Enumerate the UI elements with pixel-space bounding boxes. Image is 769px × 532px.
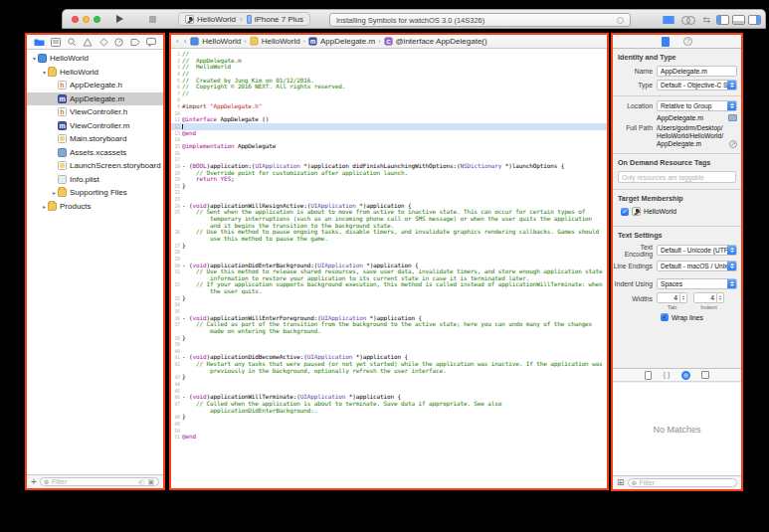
toggle-navigator-button[interactable] bbox=[716, 15, 729, 25]
name-field[interactable]: AppDelegate.m bbox=[657, 66, 737, 77]
file-template-library-icon[interactable] bbox=[645, 371, 652, 380]
tree-row[interactable]: Assets.xcassets bbox=[27, 146, 163, 160]
toggle-utilities-button[interactable] bbox=[748, 15, 761, 25]
breadcrumb-item[interactable]: mAppDelegate.m bbox=[308, 37, 375, 46]
tree-item-label: Products bbox=[60, 202, 92, 211]
report-navigator-icon[interactable] bbox=[146, 38, 156, 47]
disclosure-triangle-icon[interactable]: ▸ bbox=[41, 203, 48, 210]
standard-editor-button[interactable] bbox=[663, 15, 674, 25]
indent-using-dropdown[interactable]: Spaces bbox=[657, 278, 737, 289]
assistant-editor-button[interactable] bbox=[681, 15, 695, 25]
target-membership-row[interactable]: ✓HelloWorld bbox=[613, 205, 741, 218]
code-line: information to restore your application … bbox=[171, 275, 607, 282]
line-number: 44 bbox=[171, 381, 182, 388]
code-snippet-library-icon[interactable]: { } bbox=[663, 370, 670, 380]
stepper-icon[interactable] bbox=[680, 292, 687, 303]
disclosure-triangle-icon[interactable]: ▾ bbox=[31, 55, 38, 62]
version-editor-button[interactable]: ⇆ bbox=[702, 15, 710, 25]
search-icon[interactable] bbox=[68, 38, 77, 47]
filter-placeholder: Filter bbox=[52, 478, 137, 485]
tree-row[interactable]: mAppDelegate.m bbox=[27, 92, 163, 106]
line-number bbox=[171, 288, 182, 295]
project-navigator-icon[interactable] bbox=[34, 38, 45, 47]
issue-navigator-icon[interactable] bbox=[83, 38, 93, 47]
workspace-view-buttons bbox=[716, 15, 761, 25]
library-view-mode-icon[interactable]: ⊞ bbox=[617, 478, 625, 487]
destination-name[interactable]: iPhone 7 Plus bbox=[255, 15, 303, 24]
code-editor[interactable]: 1//2// AppDelegate.m3// HelloWorld4//5//… bbox=[171, 49, 607, 441]
scheme-name[interactable]: HelloWorld bbox=[197, 15, 236, 24]
line-number: 16 bbox=[171, 150, 182, 157]
file-inspector-icon[interactable] bbox=[662, 37, 670, 47]
stepper-icon[interactable] bbox=[717, 292, 724, 303]
location-dropdown[interactable]: Relative to Group bbox=[657, 100, 737, 111]
stop-button[interactable] bbox=[149, 16, 156, 23]
breadcrumb-separator: › bbox=[378, 38, 380, 45]
zoom-window-button[interactable] bbox=[94, 16, 100, 23]
breadcrumb-item[interactable]: HelloWorld bbox=[250, 37, 300, 46]
indent-width-stepper[interactable]: 4 bbox=[693, 292, 724, 303]
code-line: 47 // Called when the application is abo… bbox=[171, 401, 607, 408]
code-line: 34 bbox=[171, 301, 607, 308]
text-encoding-dropdown[interactable]: Default - Unicode (UTF-8) bbox=[657, 245, 737, 256]
line-number bbox=[171, 223, 182, 230]
back-button[interactable]: ‹ bbox=[176, 37, 179, 46]
choose-location-folder-icon[interactable] bbox=[728, 114, 737, 121]
library-filter-field[interactable]: ⊛ Filter bbox=[628, 478, 737, 487]
code-line: temporary interruptions (such as an inco… bbox=[171, 216, 607, 223]
tree-row[interactable]: Info.plist bbox=[27, 173, 163, 187]
close-window-button[interactable] bbox=[72, 16, 79, 23]
code-line: 39 bbox=[171, 341, 607, 348]
disclosure-triangle-icon[interactable]: ▸ bbox=[51, 189, 58, 196]
type-dropdown[interactable]: Default - Objective-C Sou… bbox=[657, 80, 737, 90]
tab-width-stepper[interactable]: 4 bbox=[657, 292, 687, 303]
navigator-filter-bar: + ⊛ Filter ◴ ▣ bbox=[27, 474, 163, 488]
breadcrumb-item[interactable]: C@interface AppDelegate() bbox=[384, 37, 487, 46]
object-library-icon[interactable] bbox=[681, 371, 690, 380]
breakpoint-navigator-icon[interactable] bbox=[130, 38, 140, 47]
tree-row[interactable]: Main.storyboard bbox=[27, 132, 163, 146]
tree-item-label: ViewController.h bbox=[70, 107, 127, 116]
test-navigator-icon[interactable] bbox=[99, 38, 108, 47]
resource-tags-field[interactable]: Only resources are taggable bbox=[618, 171, 736, 183]
scheme-selector[interactable]: HelloWorld › iPhone 7 Plus bbox=[178, 12, 310, 26]
tree-row[interactable]: hAppDelegate.h bbox=[27, 79, 163, 92]
media-library-icon[interactable] bbox=[701, 371, 709, 379]
add-file-button[interactable]: + bbox=[31, 477, 37, 487]
debug-navigator-icon[interactable] bbox=[114, 38, 123, 47]
tree-row[interactable]: LaunchScreen.storyboard bbox=[27, 159, 163, 173]
tree-row[interactable]: mViewController.m bbox=[27, 119, 163, 133]
tree-row[interactable]: ▸Products bbox=[27, 200, 163, 214]
reveal-in-finder-icon[interactable]: ↗ bbox=[729, 140, 737, 148]
tree-row[interactable]: hViewController.h bbox=[27, 105, 163, 119]
quick-help-icon[interactable]: ? bbox=[683, 37, 692, 46]
code-line: 13@end bbox=[171, 130, 607, 137]
tree-row[interactable]: ▾HelloWorld bbox=[27, 52, 163, 66]
code-line: 51@end bbox=[171, 434, 607, 441]
symbol-navigator-icon[interactable] bbox=[51, 38, 61, 47]
code-line: 2// AppDelegate.m bbox=[171, 58, 607, 65]
tree-row[interactable]: ▸Supporting Files bbox=[27, 186, 163, 200]
tree-item-label: HelloWorld bbox=[50, 54, 89, 63]
minimize-window-button[interactable] bbox=[83, 16, 90, 23]
text-settings-title: Text Settings bbox=[613, 227, 741, 242]
wrap-lines-checkbox[interactable]: ✓ bbox=[661, 313, 669, 321]
scm-status-icon[interactable]: ▣ bbox=[147, 478, 155, 486]
forward-button[interactable]: › bbox=[184, 37, 187, 46]
line-number bbox=[171, 368, 182, 375]
code-line: 8 bbox=[171, 96, 607, 103]
file-name-value: AppDelegate.m bbox=[657, 114, 728, 121]
run-button[interactable] bbox=[116, 15, 123, 23]
indent-caption: Indent bbox=[700, 304, 717, 310]
disclosure-triangle-icon[interactable]: ▾ bbox=[41, 69, 48, 76]
line-endings-dropdown[interactable]: Default - macOS / Unix (LF) bbox=[657, 261, 737, 271]
breadcrumb-item[interactable]: HelloWorld bbox=[190, 37, 241, 46]
code-line: 30- (void)applicationDidEnterBackground:… bbox=[171, 263, 607, 269]
line-number: 45 bbox=[171, 388, 182, 395]
code-line: 48} bbox=[171, 414, 607, 421]
navigator-filter-field[interactable]: ⊛ Filter ◴ ▣ bbox=[40, 477, 159, 486]
recent-files-icon[interactable]: ◴ bbox=[138, 478, 145, 486]
toggle-debug-area-button[interactable] bbox=[732, 15, 745, 25]
tree-row[interactable]: ▾HelloWorld bbox=[27, 66, 163, 80]
target-checkbox[interactable]: ✓ bbox=[621, 208, 629, 216]
